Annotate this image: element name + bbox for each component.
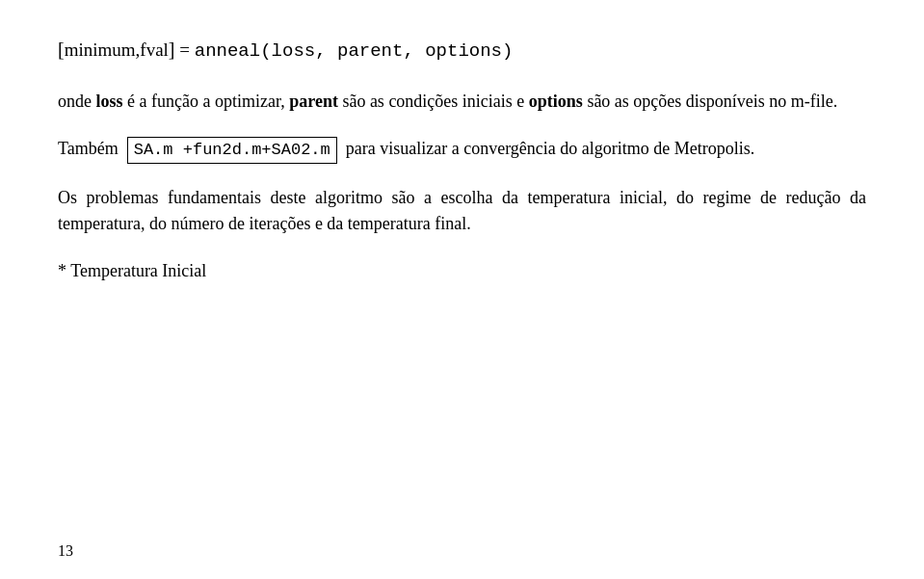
formula-line: [minimum,fval] = anneal(loss, parent, op… <box>58 39 866 62</box>
paragraph1: onde loss é a função a optimizar, parent… <box>58 89 866 115</box>
options-keyword: options <box>529 92 583 111</box>
section-title: * Temperatura Inicial <box>58 258 866 284</box>
paragraph3: Os problemas fundamentais deste algoritm… <box>58 185 866 237</box>
page-number-text: 13 <box>58 542 73 559</box>
loss-keyword: loss <box>96 92 123 111</box>
parent-keyword: parent <box>289 92 338 111</box>
formula-args: (loss, parent, options) <box>260 40 513 62</box>
para2-suffix: para visualizar a convergência do algori… <box>346 139 755 158</box>
para3-text: Os problemas fundamentais deste algoritm… <box>58 188 866 233</box>
page-content: [minimum,fval] = anneal(loss, parent, op… <box>0 0 924 340</box>
boxed-files: SA.m +fun2d.m+SA02.m <box>127 137 337 164</box>
formula-min: minimum,fval <box>65 39 169 60</box>
formula-bracket: [ <box>58 39 65 60</box>
formula-func: anneal <box>195 39 260 60</box>
page-number: 13 <box>58 542 73 560</box>
section-title-text: * Temperatura Inicial <box>58 261 206 280</box>
tambem-label: Também <box>58 139 119 158</box>
formula-bracket-close: ] <box>169 39 175 60</box>
formula-equals: = <box>179 39 190 60</box>
paragraph2: Também SA.m +fun2d.m+SA02.m para visuali… <box>58 136 866 164</box>
